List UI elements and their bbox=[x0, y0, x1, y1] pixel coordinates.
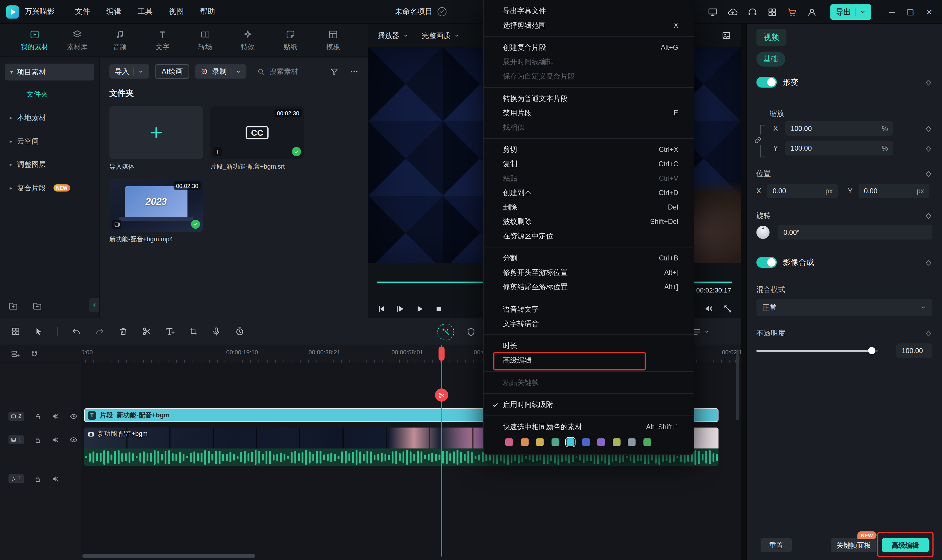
tab-audio[interactable]: 音频 bbox=[99, 29, 141, 51]
scale-x-input[interactable]: 100.00% bbox=[785, 121, 893, 135]
ai-paint-button[interactable]: AI绘画 bbox=[155, 64, 189, 78]
compositing-toggle[interactable] bbox=[757, 257, 777, 268]
add-track-icon[interactable] bbox=[11, 349, 20, 358]
menu-item-convert-to-plain-text[interactable]: 转换为普通文本片段 bbox=[484, 91, 694, 106]
mute-icon[interactable] bbox=[51, 474, 60, 483]
maximize-button[interactable]: ❑ bbox=[907, 8, 914, 17]
collapse-sidebar-button[interactable] bbox=[89, 298, 99, 312]
snapshot-icon[interactable] bbox=[722, 31, 731, 40]
minimize-button[interactable]: ─ bbox=[889, 8, 895, 17]
keyframe-diamond-icon[interactable] bbox=[925, 211, 933, 220]
lock-icon[interactable] bbox=[34, 435, 41, 444]
snap-magnet-icon[interactable] bbox=[30, 349, 39, 358]
menu-item-advanced-edit[interactable]: 高级编辑 bbox=[484, 353, 694, 368]
color-swatch[interactable] bbox=[612, 438, 620, 446]
support-headset-icon[interactable] bbox=[747, 7, 758, 17]
hide-track-icon[interactable] bbox=[70, 412, 78, 420]
reset-button[interactable]: 重置 bbox=[761, 538, 792, 552]
tab-text[interactable]: T文字 bbox=[141, 29, 184, 51]
remove-folder-icon[interactable] bbox=[32, 302, 42, 311]
quality-dropdown[interactable]: 完整画质 bbox=[422, 30, 459, 41]
keyframe-diamond-icon[interactable] bbox=[925, 169, 933, 178]
timeline-vertical-scrollbar[interactable] bbox=[736, 349, 739, 420]
undo-icon[interactable] bbox=[72, 327, 81, 336]
screen-record-icon[interactable] bbox=[708, 7, 718, 17]
menu-item-ripple-delete[interactable]: 波纹删除Shift+Del bbox=[484, 214, 694, 229]
tab-stock-library[interactable]: 素材库 bbox=[56, 29, 99, 51]
delete-icon[interactable] bbox=[119, 327, 128, 336]
tab-my-media[interactable]: 我的素材 bbox=[13, 29, 56, 51]
previous-frame-button[interactable] bbox=[377, 304, 386, 313]
sidebar-item-folder[interactable]: 文件夹 bbox=[0, 86, 99, 102]
player-dropdown[interactable]: 播放器 bbox=[378, 30, 409, 41]
record-button[interactable]: 录制 bbox=[196, 64, 247, 78]
speech-to-text-icon[interactable] bbox=[211, 327, 221, 336]
menu-item-select-clip-range[interactable]: 选择剪辑范围X bbox=[484, 18, 694, 32]
position-x-input[interactable]: 0.00px bbox=[767, 184, 838, 198]
hide-track-icon[interactable] bbox=[70, 435, 78, 444]
lock-icon[interactable] bbox=[34, 474, 41, 483]
color-swatch[interactable] bbox=[536, 438, 544, 446]
add-folder-icon[interactable] bbox=[9, 302, 18, 311]
transform-toggle[interactable] bbox=[757, 77, 777, 88]
menu-item-copy[interactable]: 复制Ctrl+C bbox=[484, 157, 694, 171]
menu-item-duplicate[interactable]: 创建副本Ctrl+D bbox=[484, 185, 694, 200]
speed-clock-icon[interactable] bbox=[235, 327, 245, 336]
close-button[interactable]: ✕ bbox=[926, 8, 932, 17]
menu-item-export-subtitle-file[interactable]: 导出字幕文件 bbox=[484, 3, 694, 18]
tab-effects[interactable]: 特效 bbox=[227, 29, 269, 51]
redo-icon[interactable] bbox=[95, 327, 105, 336]
tab-video-properties[interactable]: 视频 bbox=[757, 29, 786, 46]
stop-button[interactable] bbox=[434, 304, 444, 313]
advanced-edit-button[interactable]: 高级编辑 bbox=[882, 538, 929, 552]
apps-grid-icon[interactable] bbox=[768, 7, 778, 17]
search-input[interactable]: 搜索素材 bbox=[257, 66, 324, 77]
keyframe-diamond-icon[interactable] bbox=[925, 329, 933, 337]
filter-icon[interactable] bbox=[330, 67, 339, 76]
color-swatch[interactable] bbox=[551, 438, 559, 446]
menu-view[interactable]: 视图 bbox=[169, 6, 184, 17]
menu-item-reveal-in-media[interactable]: 在资源区中定位 bbox=[484, 229, 694, 243]
sidebar-item-adjustment-layer[interactable]: ▸调整图层 bbox=[0, 157, 99, 172]
color-swatch[interactable] bbox=[505, 438, 513, 446]
keyframe-diamond-icon[interactable] bbox=[925, 78, 933, 86]
next-frame-button[interactable] bbox=[396, 304, 405, 313]
menu-item-quick-select-same-color[interactable]: 快速选中相同颜色的素材Alt+Shift+` bbox=[484, 420, 694, 434]
menu-edit[interactable]: 编辑 bbox=[106, 6, 121, 17]
video-media-tile[interactable]: 2023 00:02:30 新功能-配音+bgm.mp4 bbox=[109, 179, 203, 244]
color-swatch[interactable] bbox=[567, 438, 575, 446]
play-button[interactable] bbox=[415, 304, 424, 313]
playhead-handle[interactable] bbox=[438, 346, 444, 361]
menu-item-enable-timeline-snapping[interactable]: 启用时间线吸附 bbox=[484, 398, 694, 412]
position-y-input[interactable]: 0.00px bbox=[859, 184, 930, 198]
account-icon[interactable] bbox=[807, 7, 817, 17]
sidebar-item-compound-clip[interactable]: ▸复合片段 NEW bbox=[0, 180, 99, 196]
sidebar-item-cloud[interactable]: ▸云空间 bbox=[0, 133, 99, 149]
keyframe-diamond-icon[interactable] bbox=[925, 144, 933, 152]
more-options-icon[interactable] bbox=[350, 67, 359, 76]
keyframe-diamond-icon[interactable] bbox=[925, 124, 933, 133]
color-swatch[interactable] bbox=[643, 438, 651, 446]
color-swatch[interactable] bbox=[628, 438, 636, 446]
color-swatch[interactable] bbox=[521, 438, 529, 446]
slider-knob[interactable] bbox=[868, 347, 875, 354]
render-shield-icon[interactable] bbox=[466, 327, 476, 337]
keyframe-panel-button[interactable]: 关键帧面板 bbox=[831, 538, 877, 552]
menu-help[interactable]: 帮助 bbox=[200, 6, 215, 17]
media-bin-icon[interactable] bbox=[11, 327, 21, 336]
export-button[interactable]: 导出 bbox=[830, 4, 871, 20]
color-swatch[interactable] bbox=[582, 438, 590, 446]
menu-item-text-to-speech[interactable]: 文字转语音 bbox=[484, 316, 694, 331]
smart-tool-icon[interactable] bbox=[437, 323, 454, 340]
rotate-input[interactable]: 0.00° bbox=[778, 225, 932, 240]
crop-icon[interactable] bbox=[189, 327, 198, 336]
menu-file[interactable]: 文件 bbox=[75, 6, 90, 17]
lock-icon[interactable] bbox=[34, 412, 41, 420]
add-text-icon[interactable] bbox=[165, 327, 175, 336]
cloud-upload-icon[interactable] bbox=[728, 7, 738, 17]
menu-item-disable-clip[interactable]: 禁用片段E bbox=[484, 106, 694, 120]
tab-stickers[interactable]: 贴纸 bbox=[269, 29, 312, 51]
menu-item-trim-start-to-playhead[interactable]: 修剪开头至游标位置Alt+[ bbox=[484, 265, 694, 280]
blend-mode-dropdown[interactable]: 正常 bbox=[757, 299, 933, 316]
opacity-input[interactable]: 100.00 bbox=[896, 343, 932, 358]
